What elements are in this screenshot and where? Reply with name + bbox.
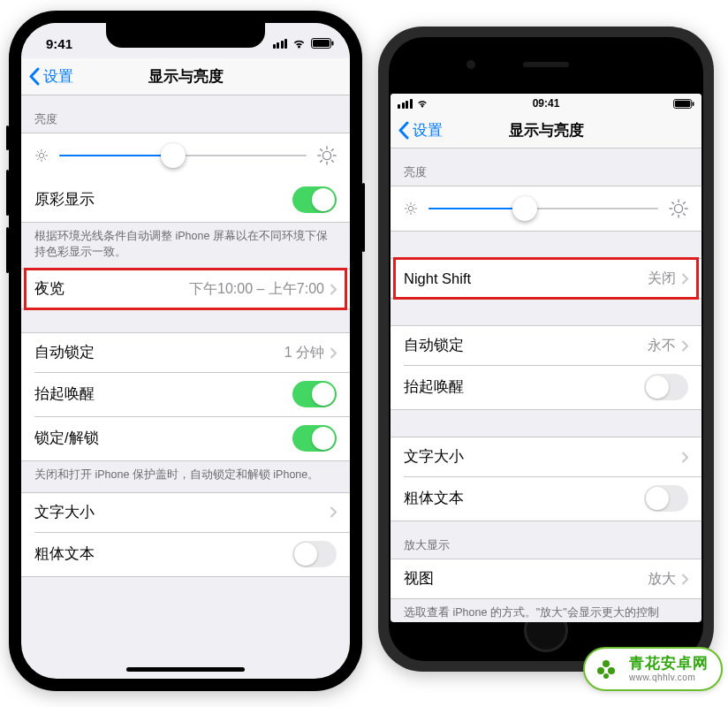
svg-point-42 — [603, 660, 610, 667]
zoom-header: 放大显示 — [391, 521, 701, 559]
iphone-8-frame: 09:41 设置 显示与亮度 亮度 — [378, 27, 714, 672]
back-button[interactable]: 设置 — [398, 113, 443, 148]
raise-to-wake-row: 抬起唤醒 — [21, 372, 350, 416]
svg-point-24 — [408, 206, 413, 210]
svg-line-17 — [321, 149, 322, 151]
lockunlock-toggle[interactable] — [292, 425, 337, 452]
raise-label: 抬起唤醒 — [34, 384, 95, 404]
svg-line-8 — [37, 151, 38, 152]
brightness-header: 亮度 — [391, 148, 701, 186]
svg-line-41 — [684, 202, 686, 204]
boldtext-row: 粗体文本 — [391, 476, 701, 521]
cell-signal-icon — [273, 39, 288, 49]
svg-line-32 — [413, 204, 414, 205]
boldtext-row: 粗体文本 — [21, 532, 350, 576]
bold-label: 粗体文本 — [34, 544, 95, 564]
front-camera — [466, 60, 475, 69]
view-value: 放大 — [648, 570, 676, 589]
autolock-label: 自动锁定 — [404, 336, 464, 355]
autolock-label: 自动锁定 — [34, 343, 95, 362]
svg-line-39 — [684, 214, 686, 216]
lockunlock-label: 锁定/解锁 — [34, 429, 99, 448]
slider-thumb[interactable] — [161, 143, 186, 168]
chevron-left-icon — [398, 121, 409, 140]
slider-track[interactable] — [428, 208, 658, 209]
nav-bar: 设置 显示与亮度 — [21, 58, 350, 95]
back-label: 设置 — [413, 120, 443, 141]
watermark-logo-icon — [590, 653, 622, 685]
raise-label: 抬起唤醒 — [404, 377, 464, 397]
highlight-box — [393, 257, 699, 300]
autolock-value: 永不 — [648, 337, 676, 355]
truetone-toggle[interactable] — [292, 186, 337, 213]
autolock-row[interactable]: 自动锁定 1 分钟 — [21, 333, 350, 372]
zoom-footer: 选取查看 iPhone 的方式。"放大"会显示更大的控制项。"标准"会显示更多的… — [391, 599, 701, 622]
status-time: 09:41 — [533, 97, 560, 110]
truetone-label: 原彩显示 — [34, 190, 95, 209]
slider-fill — [428, 208, 525, 209]
svg-line-40 — [672, 214, 674, 216]
brightness-slider[interactable] — [21, 133, 350, 178]
bold-toggle[interactable] — [292, 541, 337, 567]
autolock-row[interactable]: 自动锁定 永不 — [391, 326, 701, 365]
textsize-label: 文字大小 — [34, 503, 95, 522]
svg-line-18 — [332, 161, 334, 163]
lock-footer: 关闭和打开 iPhone 保护盖时，自动锁定和解锁 iPhone。 — [21, 461, 350, 492]
watermark-badge: 青花安卓网 www.qhhlv.com — [583, 647, 723, 691]
svg-line-10 — [37, 158, 38, 159]
view-row[interactable]: 视图 放大 — [391, 559, 701, 598]
back-label: 设置 — [43, 66, 73, 87]
page-title: 显示与亮度 — [148, 66, 224, 87]
truetone-row: 原彩显示 — [21, 178, 350, 222]
bold-toggle[interactable] — [644, 485, 688, 512]
svg-point-12 — [322, 151, 330, 159]
watermark-url: www.qhhlv.com — [629, 673, 709, 682]
earpiece — [523, 62, 569, 67]
svg-line-11 — [44, 151, 45, 152]
textsize-row[interactable]: 文字大小 — [21, 493, 350, 532]
bold-label: 粗体文本 — [404, 489, 464, 508]
brightness-slider[interactable] — [391, 186, 701, 231]
sun-large-icon — [669, 199, 688, 218]
home-indicator[interactable] — [126, 667, 245, 672]
svg-line-38 — [672, 202, 674, 204]
lockunlock-row: 锁定/解锁 — [21, 416, 350, 460]
view-label: 视图 — [404, 569, 434, 589]
nav-bar: 设置 显示与亮度 — [391, 113, 701, 148]
truetone-footer: 根据环境光线条件自动调整 iPhone 屏幕以在不同环境下保持色彩显示一致。 — [21, 223, 350, 269]
svg-point-43 — [597, 667, 604, 674]
battery-icon — [311, 38, 334, 49]
chevron-right-icon — [330, 347, 337, 359]
slider-fill — [59, 155, 173, 156]
sun-large-icon — [317, 146, 337, 165]
sun-small-icon — [404, 201, 418, 216]
slider-thumb[interactable] — [512, 196, 537, 221]
chevron-right-icon — [330, 506, 337, 518]
textsize-label: 文字大小 — [404, 447, 464, 467]
notch — [106, 23, 265, 48]
textsize-row[interactable]: 文字大小 — [391, 437, 701, 476]
highlight-box — [24, 268, 347, 310]
sun-small-icon — [34, 148, 49, 163]
chevron-right-icon — [681, 340, 688, 352]
wifi-icon — [292, 38, 307, 49]
svg-rect-23 — [693, 102, 694, 106]
back-button[interactable]: 设置 — [28, 58, 73, 95]
svg-rect-22 — [675, 100, 690, 106]
svg-point-44 — [608, 667, 615, 674]
iphone-x-frame: 9:41 设置 显示与亮度 亮度 — [9, 11, 362, 691]
chevron-right-icon — [681, 574, 688, 585]
watermark-name: 青花安卓网 — [629, 656, 709, 673]
battery-icon — [673, 99, 694, 109]
svg-line-19 — [321, 161, 322, 163]
brightness-header: 亮度 — [21, 95, 350, 133]
chevron-left-icon — [28, 67, 40, 86]
raise-toggle[interactable] — [292, 381, 337, 407]
status-time: 9:41 — [46, 36, 72, 51]
slider-track[interactable] — [59, 155, 307, 156]
svg-line-29 — [406, 204, 407, 205]
raise-to-wake-row: 抬起唤醒 — [391, 365, 701, 409]
raise-toggle[interactable] — [644, 374, 688, 400]
svg-line-30 — [413, 211, 414, 212]
svg-rect-2 — [332, 42, 334, 46]
